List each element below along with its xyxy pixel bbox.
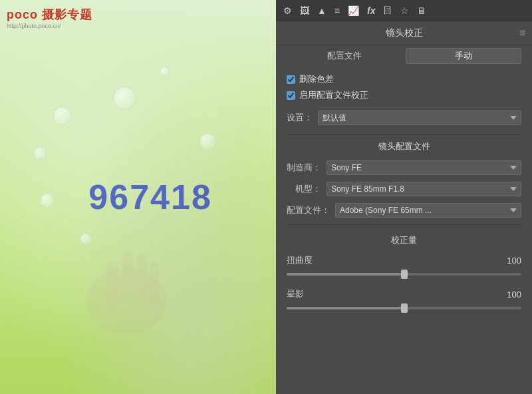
distortion-value: 100 bbox=[501, 256, 521, 266]
divider-1 bbox=[287, 134, 521, 135]
watermark: 967418 bbox=[88, 177, 212, 217]
bubble-decoration bbox=[53, 106, 72, 125]
model-label: 机型： bbox=[287, 183, 321, 195]
toolbar-icon-panels[interactable]: 目 bbox=[381, 3, 394, 18]
poco-logo: poco 摄影专题 http://photo.poco.cn/ bbox=[7, 7, 92, 29]
panel-content[interactable]: 删除色差 启用配置文件校正 设置： 默认值 自定义 镜头配置文件 制造商： So… bbox=[276, 67, 532, 394]
lens-profile-section: 镜头配置文件 制造商： Sony FE Canon Nikon Sigma 机型… bbox=[287, 140, 521, 218]
svg-rect-2 bbox=[122, 251, 133, 304]
model-row: 机型： Sony FE 85mm F1.8 Sony FE 50mm F1.8 … bbox=[287, 182, 521, 196]
panel-title: 镜头校正 bbox=[386, 27, 423, 39]
manufacturer-select[interactable]: Sony FE Canon Nikon Sigma bbox=[327, 160, 521, 175]
vignetting-slider-header: 晕影 100 bbox=[287, 288, 521, 300]
settings-label: 设置： bbox=[287, 112, 313, 124]
checkbox-label-aberration[interactable]: 删除色差 bbox=[299, 73, 334, 85]
vignetting-label: 晕影 bbox=[287, 288, 304, 300]
bubble-decoration bbox=[33, 146, 47, 160]
checkbox-label-profile[interactable]: 启用配置文件校正 bbox=[299, 89, 368, 101]
manufacturer-label: 制造商： bbox=[287, 162, 321, 174]
divider-2 bbox=[287, 224, 521, 225]
bubble-decoration bbox=[160, 67, 170, 77]
correction-title: 校正量 bbox=[287, 234, 521, 246]
distortion-slider-row: 扭曲度 100 bbox=[287, 254, 521, 279]
svg-rect-4 bbox=[150, 261, 159, 304]
toolbar-icon-settings[interactable]: ⚙ bbox=[281, 4, 294, 17]
toolbar-icon-image[interactable]: 🖼 bbox=[298, 4, 311, 17]
logo-url: http://photo.poco.cn/ bbox=[7, 23, 92, 29]
vignetting-fill bbox=[287, 307, 404, 309]
svg-rect-1 bbox=[106, 261, 118, 307]
toolbar-icon-histogram[interactable]: ▲ bbox=[315, 4, 329, 17]
bubble-decoration bbox=[113, 87, 136, 110]
checkbox-remove-aberration[interactable] bbox=[287, 75, 295, 84]
distortion-label: 扭曲度 bbox=[287, 254, 313, 266]
toolbar-icon-menu[interactable]: ≡ bbox=[332, 4, 342, 17]
checkbox-row-profile: 启用配置文件校正 bbox=[287, 89, 521, 101]
tab-manual[interactable]: 手动 bbox=[406, 48, 522, 64]
tab-profile[interactable]: 配置文件 bbox=[287, 48, 403, 64]
distortion-slider-container[interactable] bbox=[287, 270, 521, 279]
bubble-decoration bbox=[200, 133, 216, 150]
profile-row: 配置文件： Adobe (Sony FE 65mm ... Adobe (Son… bbox=[287, 203, 521, 218]
vignetting-thumb[interactable] bbox=[401, 303, 408, 313]
tabs-row: 配置文件 手动 bbox=[276, 45, 532, 67]
model-select[interactable]: Sony FE 85mm F1.8 Sony FE 50mm F1.8 Sony… bbox=[327, 182, 521, 196]
checkbox-row-aberration: 删除色差 bbox=[287, 73, 521, 85]
profile-label: 配置文件： bbox=[287, 204, 330, 216]
panel-menu-icon[interactable]: ≡ bbox=[519, 27, 525, 39]
logo-brand: poco 摄影专题 bbox=[7, 7, 92, 23]
toolbar: ⚙ 🖼 ▲ ≡ 📈 fx 目 ☆ 🖥 bbox=[276, 0, 532, 21]
right-panel: ⚙ 🖼 ▲ ≡ 📈 fx 目 ☆ 🖥 镜头校正 ≡ 配置文件 手动 删除色差 bbox=[276, 0, 532, 394]
checkbox-enable-profile[interactable] bbox=[287, 91, 295, 100]
toolbar-icon-display[interactable]: 🖥 bbox=[415, 4, 428, 17]
panel-header: 镜头校正 ≡ bbox=[276, 21, 532, 45]
bubble-decoration bbox=[40, 193, 55, 208]
profile-select[interactable]: Adobe (Sony FE 65mm ... Adobe (Sony FE 8… bbox=[335, 203, 521, 218]
vignetting-slider-row: 晕影 100 bbox=[287, 288, 521, 313]
lens-profile-title: 镜头配置文件 bbox=[287, 140, 521, 152]
checkboxes-section: 删除色差 启用配置文件校正 bbox=[287, 73, 521, 101]
distortion-slider-header: 扭曲度 100 bbox=[287, 254, 521, 266]
distortion-thumb[interactable] bbox=[401, 270, 408, 279]
settings-row: 设置： 默认值 自定义 bbox=[287, 110, 521, 125]
manufacturer-row: 制造商： Sony FE Canon Nikon Sigma bbox=[287, 160, 521, 175]
settings-select[interactable]: 默认值 自定义 bbox=[318, 110, 521, 125]
vignetting-value: 100 bbox=[501, 290, 521, 299]
svg-rect-3 bbox=[137, 254, 147, 304]
vignetting-slider-container[interactable] bbox=[287, 303, 521, 313]
distortion-fill bbox=[287, 273, 404, 276]
toolbar-icon-star[interactable]: ☆ bbox=[398, 4, 411, 17]
toolbar-icon-curve[interactable]: 📈 bbox=[346, 4, 361, 17]
correction-section: 校正量 扭曲度 100 晕影 100 bbox=[287, 234, 521, 313]
photo-panel: poco 摄影专题 http://photo.poco.cn/ 967418 bbox=[0, 0, 276, 394]
toolbar-icon-fx[interactable]: fx bbox=[365, 4, 377, 17]
